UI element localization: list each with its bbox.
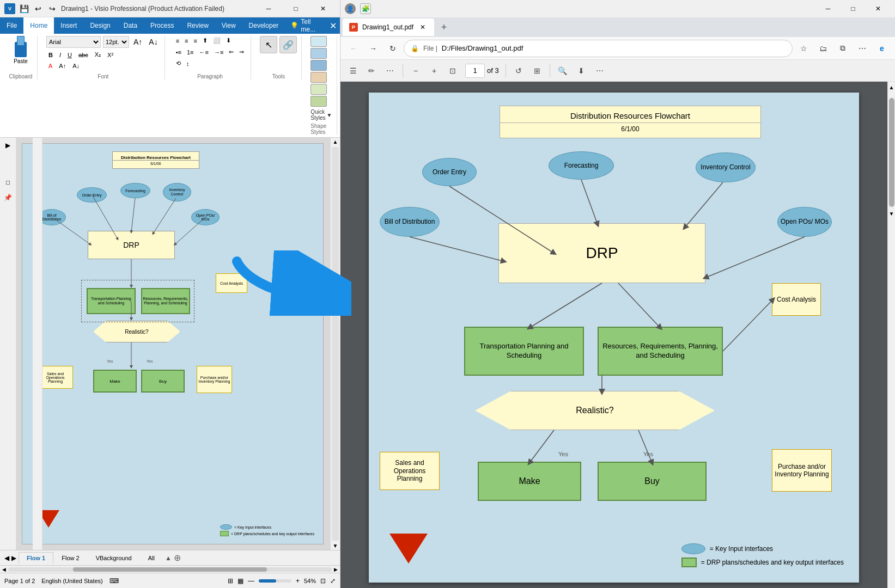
tab-developer[interactable]: Developer	[242, 17, 285, 34]
bullets-btn[interactable]: •≡	[174, 47, 184, 57]
align-bottom-btn[interactable]: ⬇	[224, 36, 233, 45]
edge-icon[interactable]: e	[873, 40, 891, 57]
style-4[interactable]	[310, 72, 327, 83]
indent-more-btn[interactable]: →≡	[212, 47, 226, 57]
numbering-btn[interactable]: 1≡	[185, 47, 196, 57]
sidebar-toggle-btn[interactable]: ☰	[345, 63, 361, 78]
scroll-right-h[interactable]: ▶	[334, 567, 338, 572]
pointer-tool[interactable]: ↖	[260, 36, 277, 53]
italic-btn[interactable]: I	[57, 51, 63, 59]
settings-btn[interactable]: ⋯	[854, 40, 871, 57]
tab-home[interactable]: Home	[23, 17, 54, 34]
star-btn[interactable]: ☆	[795, 40, 812, 57]
grow-font-btn[interactable]: A↑	[131, 36, 144, 47]
ribbon-close-icon[interactable]: ✕	[326, 17, 340, 34]
ltr-btn[interactable]: ⇒	[237, 47, 246, 57]
pdf-scroll-track[interactable]: ▲ ▼	[887, 82, 895, 588]
align-middle-btn[interactable]: ⬜	[211, 36, 223, 45]
tab-review[interactable]: Review	[180, 17, 215, 34]
pdf-scroll-thumb[interactable]	[889, 98, 894, 207]
visio-canvas[interactable]: Distribution Resources Flowchart 6/1/00 …	[16, 138, 340, 550]
user-icon[interactable]: 👤	[345, 3, 356, 14]
shapes-panel-btn[interactable]: □	[3, 177, 14, 188]
pdf-close-btn[interactable]: ✕	[866, 0, 891, 17]
style-6[interactable]	[310, 96, 327, 107]
draw-tool-btn[interactable]: ✏	[363, 63, 380, 78]
zoom-out-btn[interactable]: —	[248, 577, 254, 585]
align-top-btn[interactable]: ⬆	[200, 36, 210, 45]
view-slide-btn[interactable]: ▦	[238, 577, 243, 585]
sheet-tab-flow1[interactable]: Flow 1	[19, 552, 53, 564]
superscript-btn[interactable]: X²	[105, 51, 115, 59]
forward-btn[interactable]: →	[364, 40, 382, 57]
save-quick-btn[interactable]: 💾	[19, 3, 29, 14]
collections-btn[interactable]: 🗂	[814, 40, 832, 57]
pdf-maximize-btn[interactable]: □	[841, 0, 866, 17]
close-btn[interactable]: ✕	[310, 0, 336, 17]
style-1[interactable]	[310, 36, 327, 47]
tab-close-btn[interactable]: ✕	[418, 22, 428, 32]
pdf-scroll-down[interactable]: ▼	[888, 208, 895, 219]
pdf-browser-tab[interactable]: P Drawing1_out.pdf ✕	[343, 19, 434, 36]
scroll-left-btn[interactable]: ◀	[4, 554, 9, 562]
font-name-select[interactable]: Arial	[46, 36, 101, 48]
page-number-input[interactable]: 1	[465, 64, 485, 78]
paste-button[interactable]: Paste	[9, 36, 33, 64]
redo-quick-btn[interactable]: ↪	[47, 3, 58, 14]
extension-icon[interactable]: 🧩	[360, 3, 371, 14]
tab-insert[interactable]: Insert	[54, 17, 83, 34]
style-2[interactable]	[310, 48, 327, 59]
more-tools-btn[interactable]: ⋯	[382, 63, 398, 78]
url-bar[interactable]: 🔒 File | D:/Files/Drawing1_out.pdf	[404, 40, 793, 57]
underline-btn[interactable]: U	[65, 51, 74, 59]
sheet-tab-all[interactable]: All	[140, 552, 163, 564]
right-scrollbar[interactable]: ▲ ▼	[330, 138, 340, 550]
grow-font2-btn[interactable]: A↑	[57, 62, 68, 70]
fit-page-pdf-btn[interactable]: ⊡	[445, 63, 461, 78]
search-pdf-btn[interactable]: 🔍	[555, 63, 571, 78]
tab-file[interactable]: File	[0, 17, 23, 34]
font-size-select[interactable]: 12pt.	[103, 36, 129, 48]
style-5[interactable]	[310, 84, 327, 95]
text-dir-btn[interactable]: ⟲	[174, 59, 183, 68]
strikethrough-btn[interactable]: abc	[76, 51, 90, 59]
rtl-btn[interactable]: ⇐	[227, 47, 236, 57]
tab-design[interactable]: Design	[83, 17, 117, 34]
para-spacing-btn[interactable]: ↕	[184, 59, 192, 68]
split-btn[interactable]: ⧉	[834, 40, 851, 57]
tab-data[interactable]: Data	[117, 17, 144, 34]
back-btn[interactable]: ←	[345, 40, 362, 57]
pdf-minimize-btn[interactable]: ─	[815, 0, 841, 17]
zoom-slider[interactable]	[259, 579, 291, 583]
tell-me-box[interactable]: 💡 Tell me...	[285, 18, 326, 33]
scroll-thumb-h[interactable]	[73, 567, 267, 572]
fit-page-btn[interactable]: ⊡	[320, 577, 326, 585]
align-left-btn[interactable]: ≡	[174, 36, 181, 45]
zoom-in-pdf-btn[interactable]: +	[426, 63, 442, 78]
print-btn[interactable]: ⊞	[529, 63, 545, 78]
scroll-left-h[interactable]: ◀	[2, 567, 6, 572]
more-pdf-btn[interactable]: ⋯	[592, 63, 608, 78]
new-tab-btn[interactable]: +	[436, 20, 452, 35]
connector-tool[interactable]: 🔗	[279, 36, 297, 53]
shrink-font2-btn[interactable]: A↓	[70, 62, 82, 70]
view-normal-btn[interactable]: ⊞	[228, 577, 233, 585]
undo-quick-btn[interactable]: ↩	[33, 3, 44, 14]
font-color-btn[interactable]: A	[46, 62, 54, 70]
bold-btn[interactable]: B	[46, 51, 55, 59]
refresh-btn[interactable]: ↻	[384, 40, 401, 57]
indent-less-btn[interactable]: ←≡	[197, 47, 211, 57]
scroll-right-btn[interactable]: ▶	[11, 554, 16, 562]
subscript-btn[interactable]: X₂	[93, 50, 103, 59]
style-3[interactable]	[310, 60, 327, 71]
maximize-btn[interactable]: □	[283, 0, 308, 17]
rotate-btn[interactable]: ↺	[510, 63, 527, 78]
align-center-btn[interactable]: ≡	[182, 36, 190, 45]
zoom-in-btn[interactable]: +	[296, 577, 300, 585]
expand-panel-btn[interactable]: ▶	[3, 140, 14, 151]
shrink-font-btn[interactable]: A↓	[147, 36, 160, 47]
horiz-scrollbar[interactable]: ◀ ▶	[0, 565, 340, 573]
minimize-btn[interactable]: ─	[256, 0, 281, 17]
pin-btn[interactable]: 📌	[3, 192, 14, 203]
sheet-tab-vbg[interactable]: VBackground	[88, 552, 140, 564]
